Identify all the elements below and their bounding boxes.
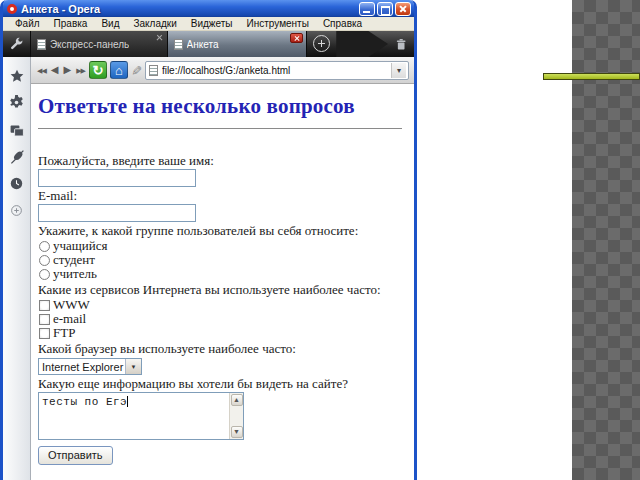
tab-bar: Экспресс-панель Анкета [3,31,414,57]
submit-button[interactable]: Отправить [38,446,113,465]
notes-panel-button[interactable] [4,116,30,143]
browser-question-label: Какой браузер вы используете наиболее ча… [38,342,406,356]
chevron-down-icon: ▼ [131,364,137,370]
plus-circle-icon [9,203,24,218]
home-icon: ⌂ [115,63,123,78]
radio-student-university[interactable] [39,255,50,266]
group-question-label: Укажите, к какой группе пользователей вы… [38,224,406,238]
history-panel-button[interactable] [4,170,30,197]
horizontal-rule [38,128,402,130]
panels-toggle-button[interactable] [3,31,31,57]
checkbox-row: FTP [38,326,406,340]
scroll-down-button[interactable]: ▼ [231,426,243,438]
bookmarks-panel-button[interactable] [4,62,30,89]
reload-button[interactable]: ↻ [89,61,107,79]
widgets-panel-button[interactable] [4,89,30,116]
opera-browser-window: Анкета - Opera Файл Правка Вид Закладки … [0,0,417,480]
edit-address-icon[interactable]: ✎ [129,65,144,76]
checkbox-row: e-mail [38,312,406,326]
window-titlebar: Анкета - Opera [3,0,414,17]
slide-canvas: Анкета - Opera Файл Правка Вид Закладки … [0,0,640,480]
page-icon [149,65,158,76]
closed-tabs-trash-button[interactable] [388,31,414,57]
radio-row: учитель [38,267,406,281]
page-title: Ответьте на несколько вопросов [38,94,406,119]
add-panel-button[interactable] [4,197,30,224]
email-label: E-mail: [38,189,406,203]
slide-accent-line [543,73,640,80]
radio-row: студент [38,253,406,267]
address-input[interactable]: file://localhost/G:/anketa.html ▾ [145,61,409,80]
forward-button[interactable]: ▶ [62,65,72,75]
rewind-button[interactable]: ◀◀ [36,67,47,74]
radio-teacher[interactable] [39,269,50,280]
checkbox-ftp[interactable] [39,328,50,339]
browser-select-value: Internet Explorer [39,359,125,374]
star-icon [9,68,25,84]
tabbar-chevron-decoration [336,31,388,57]
menu-item-widgets[interactable]: Виджеты [184,18,240,29]
minimize-button[interactable] [359,2,375,16]
address-dropdown-button[interactable]: ▾ [391,63,406,78]
name-label: Пожалуйста, введите ваше имя: [38,154,406,168]
address-bar: ◀◀ ◀ ▶ ▶▶ ↻ ⌂ ✎ file://localhost/G:/anke… [31,57,414,84]
checkbox-label: FTP [53,325,75,341]
reload-icon: ↻ [93,63,104,78]
menu-bar: Файл Правка Вид Закладки Виджеты Инструм… [3,17,414,31]
menu-item-tools[interactable]: Инструменты [240,18,316,29]
opera-app-icon [7,4,17,14]
feeds-panel-button[interactable] [4,143,30,170]
slide-background-pattern [572,0,640,480]
window-title: Анкета - Opera [21,3,359,15]
trash-icon [394,37,408,52]
radio-label: учитель [53,266,97,282]
select-dropdown-button[interactable]: ▼ [125,359,141,374]
tab-close-icon[interactable] [155,33,164,42]
wrench-icon [9,37,24,52]
page-favicon-icon [174,39,183,50]
info-textarea[interactable]: тесты по Егэ ▲ ▼ [38,392,244,440]
email-input[interactable] [38,204,196,222]
tab-anketa-active[interactable]: Анкета [168,31,308,57]
radio-row: учащийся [38,239,406,253]
notes-icon [9,122,25,138]
checkbox-www[interactable] [39,300,50,311]
browser-select[interactable]: Internet Explorer ▼ [38,358,142,375]
address-url-text: file://localhost/G:/anketa.html [162,65,387,76]
tab-close-icon[interactable] [290,33,303,43]
scroll-up-button[interactable]: ▲ [231,394,243,406]
checkbox-email[interactable] [39,314,50,325]
questionnaire-form: Пожалуйста, введите ваше имя: E-mail: Ук… [38,154,406,465]
web-page: Ответьте на несколько вопросов Пожалуйст… [31,84,414,480]
menu-item-edit[interactable]: Правка [47,18,95,29]
clock-icon [9,176,24,191]
fast-forward-button[interactable]: ▶▶ [75,67,86,74]
gear-icon [9,95,24,110]
textarea-scrollbar[interactable]: ▲ ▼ [229,393,243,439]
home-button[interactable]: ⌂ [110,61,128,79]
services-question-label: Какие из сервисов Интернета вы используе… [38,283,406,297]
name-input[interactable] [38,169,196,187]
page-favicon-icon [37,39,46,50]
menu-item-bookmarks[interactable]: Закладки [126,18,183,29]
menu-item-file[interactable]: Файл [8,18,47,29]
chevron-down-icon: ▾ [397,66,401,75]
info-question-label: Какую еще информацию вы хотели бы видеть… [38,377,406,391]
textarea-text: тесты по Егэ [42,396,127,408]
maximize-button[interactable] [377,2,393,16]
menu-item-view[interactable]: Вид [94,18,126,29]
text-caret [127,396,128,407]
back-button[interactable]: ◀ [50,65,60,75]
menu-item-help[interactable]: Справка [316,18,369,29]
new-tab-button[interactable] [313,35,330,52]
close-button[interactable] [395,2,411,16]
satellite-dish-icon [9,149,25,165]
checkbox-row: WWW [38,298,406,312]
panel-sidebar [3,57,31,480]
radio-student-school[interactable] [39,241,50,252]
tab-speed-dial[interactable]: Экспресс-панель [31,31,168,57]
